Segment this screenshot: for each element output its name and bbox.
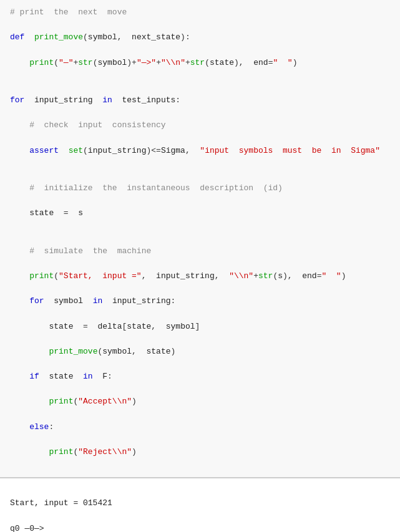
code-line: # initialize the instantaneous descripti… — [10, 182, 390, 195]
code-line: else: — [10, 421, 390, 433]
keyword-def: def — [10, 32, 24, 42]
code-line: state = delta[state, symbol] — [10, 321, 390, 333]
code-line: print("Start, input =", input_string, "\… — [10, 270, 390, 283]
function-name: print_move — [34, 32, 83, 42]
code-line: for input_string in test_inputs: — [10, 94, 390, 107]
code-line: state = s — [10, 207, 390, 220]
code-line: def print_move(symbol, next_state): — [10, 31, 390, 44]
output-line: q0 —0—> — [10, 523, 390, 532]
code-line: for symbol in input_string: — [10, 295, 390, 307]
code-line: print_move(symbol, state) — [10, 346, 390, 358]
code-line: # check input consistency — [10, 119, 390, 132]
output-panel: Start, input = 015421 q0 —0—> q0 —1—> q1… — [0, 478, 400, 532]
code-line: print("Reject\\n") — [10, 446, 390, 458]
code-line: # simulate the machine — [10, 245, 390, 258]
comment: # print the next move — [10, 7, 127, 17]
code-line: print("Accept\\n") — [10, 395, 390, 408]
output-line: Start, input = 015421 — [10, 497, 390, 510]
code-line: print("—"+str(symbol)+"—>"+"\\n"+str(sta… — [10, 57, 390, 69]
code-editor: # print the next move def print_move(sym… — [0, 0, 400, 478]
code-line: # print the next move — [10, 6, 390, 19]
code-line: assert set(input_string)<=Sigma, "input … — [10, 145, 390, 157]
code-line: if state in F: — [10, 370, 390, 383]
